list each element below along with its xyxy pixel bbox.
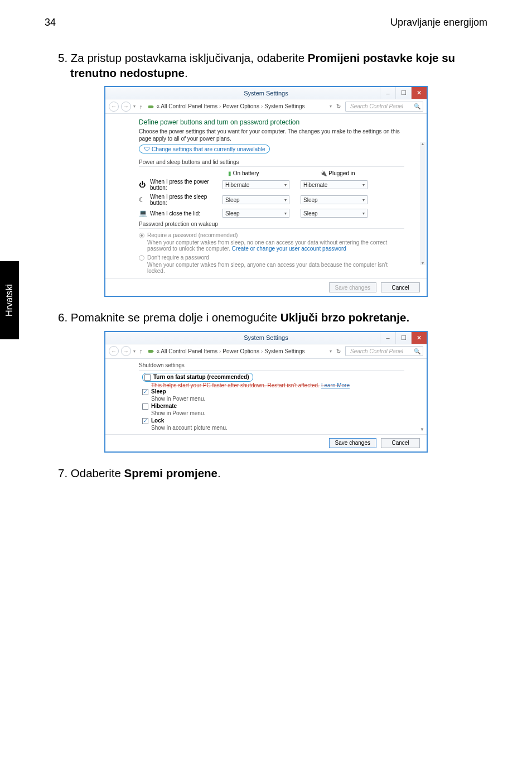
- power-options-icon: [147, 103, 154, 110]
- system-settings-window-2: System Settings – ☐ ✕ ← → ▾ ↑ « All Cont…: [104, 331, 428, 453]
- back-button[interactable]: ←: [109, 102, 119, 112]
- up-button[interactable]: ↑: [138, 348, 144, 354]
- hibernate-checkbox[interactable]: [142, 403, 148, 410]
- titlebar: System Settings – ☐ ✕: [105, 332, 427, 344]
- forward-button[interactable]: →: [121, 102, 131, 112]
- forward-button[interactable]: →: [121, 346, 131, 356]
- breadcrumb-dropdown-icon[interactable]: ▾: [330, 104, 332, 109]
- window-title: System Settings: [244, 90, 288, 97]
- refresh-button[interactable]: ↻: [334, 348, 343, 354]
- sleep-checkbox[interactable]: ✓: [142, 389, 148, 395]
- address-bar: ← → ▾ ↑ « All Control Panel Items›Power …: [105, 99, 427, 114]
- power-options-icon: [147, 347, 154, 355]
- require-password-radio: Require a password (recommended): [139, 232, 404, 238]
- vertical-scrollbar[interactable]: [420, 142, 425, 265]
- svg-rect-3: [153, 351, 154, 352]
- laptop-lid-icon: 💻: [139, 209, 150, 217]
- lid-plugged-select[interactable]: Sleep▾: [301, 209, 367, 218]
- lock-checkbox[interactable]: ✓: [142, 418, 148, 424]
- sleep-button-plugged-select[interactable]: Sleep▾: [301, 195, 367, 204]
- sleep-desc: Show in Power menu.: [151, 396, 404, 402]
- svg-rect-0: [148, 105, 153, 108]
- require-password-desc: When your computer wakes from sleep, no …: [147, 239, 404, 252]
- power-button-plugged-select[interactable]: Hibernate▾: [301, 180, 367, 189]
- no-password-radio: Don't require a password: [139, 254, 404, 261]
- search-icon: 🔍: [414, 348, 420, 354]
- shutdown-settings-label: Shutdown settings: [139, 362, 404, 368]
- sleep-button-icon: ☾: [139, 196, 150, 204]
- chevron-down-icon: ▾: [362, 211, 365, 216]
- fast-startup-highlight: Turn on fast startup (recommended): [142, 373, 253, 382]
- system-settings-window-1: System Settings – ☐ ✕ ← → ▾ ↑ « All Cont…: [104, 86, 428, 297]
- learn-more-link[interactable]: Learn More: [321, 382, 350, 388]
- row-sleep-button: ☾ When I press the sleep button: Sleep▾ …: [139, 194, 404, 206]
- maximize-button[interactable]: ☐: [395, 87, 411, 99]
- page-heading: Define power buttons and turn on passwor…: [139, 118, 404, 126]
- search-input[interactable]: Search Control Panel 🔍: [345, 102, 423, 112]
- language-tab: Hrvatski: [0, 261, 19, 339]
- uac-shield-icon: 🛡: [144, 146, 150, 152]
- refresh-button[interactable]: ↻: [334, 103, 343, 109]
- hibernate-desc: Show in Power menu.: [151, 410, 404, 416]
- page-number: 34: [45, 17, 56, 28]
- lock-desc: Show in account picture menu.: [151, 425, 404, 431]
- breadcrumb-dropdown-icon[interactable]: ▾: [330, 349, 332, 354]
- cancel-button[interactable]: Cancel: [381, 282, 420, 292]
- group-power-sleep-label: Power and sleep buttons and lid settings: [139, 159, 404, 165]
- up-button[interactable]: ↑: [138, 103, 144, 110]
- address-bar: ← → ▾ ↑ « All Control Panel Items›Power …: [105, 344, 427, 359]
- section-title: Upravljanje energijom: [390, 17, 487, 28]
- history-dropdown-icon[interactable]: ▾: [133, 349, 136, 354]
- search-icon: 🔍: [414, 103, 420, 109]
- chevron-down-icon: ▾: [362, 182, 365, 188]
- window-title: System Settings: [244, 334, 288, 341]
- create-password-link[interactable]: Create or change your user account passw…: [232, 246, 346, 252]
- search-input[interactable]: Search Control Panel 🔍: [345, 346, 423, 356]
- radio-selected-icon: [139, 233, 144, 238]
- chevron-down-icon: ▾: [284, 211, 287, 216]
- save-changes-button[interactable]: Save changes: [329, 282, 376, 292]
- breadcrumb[interactable]: « All Control Panel Items›Power Options›…: [157, 348, 328, 354]
- row-close-lid: 💻 When I close the lid: Sleep▾ Sleep▾: [139, 209, 404, 218]
- sleep-button-battery-select[interactable]: Sleep▾: [223, 195, 289, 204]
- titlebar: System Settings – ☐ ✕: [105, 87, 427, 99]
- radio-unselected-icon: [139, 255, 144, 261]
- svg-rect-1: [153, 106, 154, 107]
- language-label: Hrvatski: [4, 284, 14, 316]
- chevron-down-icon: ▾: [284, 198, 287, 203]
- close-button[interactable]: ✕: [411, 87, 427, 99]
- page-header: 34 Upravljanje energijom: [45, 17, 487, 28]
- minimize-button[interactable]: –: [380, 332, 395, 344]
- step-5-text: 5. Za pristup postavkama isključivanja, …: [70, 51, 487, 80]
- svg-rect-2: [148, 350, 153, 353]
- power-button-battery-select[interactable]: Hibernate▾: [223, 180, 289, 189]
- cancel-button[interactable]: Cancel: [381, 438, 420, 448]
- scroll-down-icon[interactable]: ▼: [420, 427, 424, 432]
- minimize-button[interactable]: –: [380, 87, 395, 99]
- group-password-label: Password protection on wakeup: [139, 221, 404, 227]
- step-7-text: 7. Odaberite Spremi promjene.: [70, 466, 487, 481]
- plug-icon: 🔌: [320, 170, 327, 176]
- fast-startup-desc: This helps start your PC faster after sh…: [151, 382, 404, 388]
- history-dropdown-icon[interactable]: ▾: [133, 104, 136, 109]
- maximize-button[interactable]: ☐: [395, 332, 411, 344]
- fast-startup-checkbox[interactable]: [144, 374, 151, 381]
- change-unavailable-settings-link[interactable]: 🛡Change settings that are currently unav…: [139, 145, 270, 153]
- row-power-button: ⏻ When I press the power button: Hiberna…: [139, 179, 404, 191]
- save-changes-button[interactable]: Save changes: [329, 438, 376, 448]
- back-button[interactable]: ←: [109, 346, 119, 356]
- page-description: Choose the power settings that you want …: [139, 128, 404, 142]
- breadcrumb[interactable]: « All Control Panel Items›Power Options›…: [157, 103, 328, 109]
- chevron-down-icon: ▾: [284, 182, 287, 188]
- power-button-icon: ⏻: [139, 181, 150, 189]
- step-6-text: 6. Pomaknite se prema dolje i onemogućit…: [70, 310, 487, 325]
- lid-battery-select[interactable]: Sleep▾: [223, 209, 289, 218]
- chevron-down-icon: ▾: [362, 198, 365, 203]
- battery-icon: ▮: [228, 170, 231, 176]
- no-password-desc: When your computer wakes from sleep, any…: [147, 262, 404, 274]
- close-button[interactable]: ✕: [411, 332, 427, 344]
